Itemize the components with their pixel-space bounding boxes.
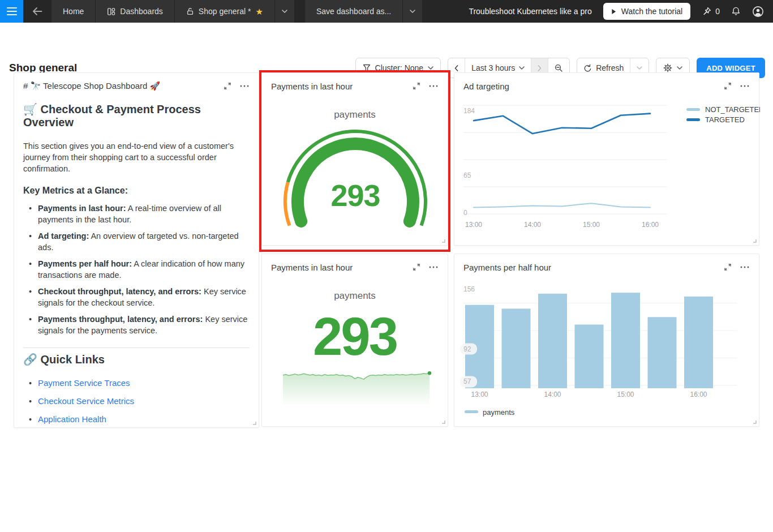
chevron-down-icon xyxy=(410,10,415,13)
ellipsis-icon xyxy=(740,263,750,271)
unlock-icon xyxy=(186,7,194,15)
expand-widget-button[interactable] xyxy=(413,263,420,271)
save-dashboard-as-label: Save dashboard as... xyxy=(316,7,391,16)
arrow-left-icon xyxy=(32,7,42,15)
expand-icon xyxy=(413,82,420,90)
list-item: Application Health xyxy=(28,414,250,425)
zoom-out-icon xyxy=(555,64,563,72)
resize-handle[interactable] xyxy=(440,419,445,424)
widget-payments-per-half-hour: Payments per half hour 156925713:0014:00… xyxy=(454,254,759,427)
list-item: Payments per half hour: A clear indicati… xyxy=(28,258,250,281)
list-item: Checkout Service Metrics xyxy=(28,396,250,407)
list-item: Payments in last hour: A real-time overv… xyxy=(28,203,250,225)
refresh-label: Refresh xyxy=(596,63,624,72)
widget-title: Ad targeting xyxy=(463,81,716,91)
divider xyxy=(23,347,250,348)
watch-tutorial-button[interactable]: Watch the tutorial xyxy=(603,3,690,20)
pin-count: 0 xyxy=(715,7,720,16)
pinned-items-button[interactable]: 0 xyxy=(702,7,720,16)
widget-title: Payments per half hour xyxy=(463,263,716,272)
widget-menu-button[interactable] xyxy=(740,82,750,90)
svg-text:14:00: 14:00 xyxy=(524,221,541,229)
back-button[interactable] xyxy=(23,0,51,23)
widget-menu-button[interactable] xyxy=(239,82,250,90)
svg-text:payments: payments xyxy=(483,408,515,417)
list-item: Ad targeting: An overview of targeted vs… xyxy=(28,230,250,253)
promo-text: Troubleshoot Kubernetes like a pro xyxy=(469,7,591,16)
save-dashboard-as-button[interactable]: Save dashboard as... xyxy=(305,0,403,23)
svg-text:13:00: 13:00 xyxy=(471,391,488,398)
resize-handle[interactable] xyxy=(751,238,757,243)
chevron-right-icon xyxy=(538,65,542,71)
tab-shop-general-label: Shop general * xyxy=(199,7,251,16)
shop-general-dropdown-button[interactable] xyxy=(275,0,295,23)
hamburger-menu-button[interactable] xyxy=(0,0,23,23)
chevron-left-icon xyxy=(454,65,458,71)
svg-text:15:00: 15:00 xyxy=(617,391,634,398)
expand-widget-button[interactable] xyxy=(224,82,231,90)
svg-text:156: 156 xyxy=(463,285,475,293)
time-range-label: Last 3 hours xyxy=(471,63,515,72)
svg-text:0: 0 xyxy=(463,209,467,217)
save-tab-group: Save dashboard as... xyxy=(305,0,423,23)
quick-links-list: Payment Service Traces Checkout Service … xyxy=(28,377,250,427)
tab-dashboards-label: Dashboards xyxy=(120,7,163,16)
svg-text:65: 65 xyxy=(463,171,471,179)
svg-text:57: 57 xyxy=(463,377,471,385)
user-avatar-button[interactable] xyxy=(752,6,764,18)
svg-text:16:00: 16:00 xyxy=(642,221,659,229)
expand-icon xyxy=(224,82,231,90)
expand-icon xyxy=(413,263,420,271)
ellipsis-icon xyxy=(740,82,750,90)
metric-label: payments xyxy=(262,290,448,302)
ellipsis-icon xyxy=(428,263,439,271)
payments-value: 293 xyxy=(262,306,448,367)
list-item: Payments throughput, latency, and errors… xyxy=(28,314,250,336)
markdown-intro: This section gives you an end-to-end vie… xyxy=(23,140,250,174)
application-health-link[interactable]: Application Health xyxy=(38,414,106,424)
expand-widget-button[interactable] xyxy=(413,82,420,90)
nav-tabs: Home Dashboards Shop general * ★ xyxy=(51,0,295,23)
watch-tutorial-label: Watch the tutorial xyxy=(621,7,682,16)
resize-handle[interactable] xyxy=(251,420,256,425)
favorite-star-icon[interactable]: ★ xyxy=(256,7,263,16)
widget-title: Payments in last hour xyxy=(271,263,405,272)
widget-ad-targeting: Ad targeting 18465013:0014:0015:0016:00N… xyxy=(454,72,759,246)
tab-home[interactable]: Home xyxy=(51,0,96,23)
expand-widget-button[interactable] xyxy=(724,263,732,271)
topbar-right-cluster: Troubleshoot Kubernetes like a pro Watch… xyxy=(469,0,773,23)
notifications-button[interactable] xyxy=(731,6,741,16)
page-header: Shop general Cluster: None Last 3 hours xyxy=(0,23,773,68)
save-dashboard-dropdown-button[interactable] xyxy=(403,0,423,23)
svg-text:293: 293 xyxy=(330,178,380,212)
widget-payments-gauge: Payments in last hour payments 293 xyxy=(261,72,448,246)
widget-title: # 🔭 Telescope Shop Dashboard 🚀 xyxy=(23,81,216,91)
expand-icon xyxy=(724,263,732,271)
widget-menu-button[interactable] xyxy=(740,263,750,271)
checkout-service-metrics-link[interactable]: Checkout Service Metrics xyxy=(38,396,134,406)
tab-dashboards[interactable]: Dashboards xyxy=(96,0,175,23)
widget-menu-button[interactable] xyxy=(428,82,439,90)
ellipsis-icon xyxy=(428,82,439,90)
svg-text:184: 184 xyxy=(463,107,475,115)
ellipsis-icon xyxy=(239,82,250,90)
tab-shop-general[interactable]: Shop general * ★ xyxy=(175,0,275,23)
filter-funnel-icon xyxy=(363,64,371,72)
list-item: Payment Service Traces xyxy=(28,377,250,389)
svg-text:14:00: 14:00 xyxy=(544,391,561,398)
widget-menu-button[interactable] xyxy=(428,263,439,271)
dashboards-icon xyxy=(107,7,115,16)
svg-text:TARGETED: TARGETED xyxy=(705,115,745,124)
svg-text:15:00: 15:00 xyxy=(583,221,600,229)
metrics-heading: Key Metrics at a Glance: xyxy=(23,186,250,196)
gear-icon xyxy=(663,63,672,72)
bell-icon xyxy=(731,6,741,16)
chevron-down-icon xyxy=(677,66,682,70)
resize-handle[interactable] xyxy=(440,238,445,243)
payment-service-traces-link[interactable]: Payment Service Traces xyxy=(38,378,130,388)
svg-text:92: 92 xyxy=(463,345,471,353)
quick-links-heading: 🔗 Quick Links xyxy=(23,353,250,366)
expand-widget-button[interactable] xyxy=(724,82,732,90)
svg-text:13:00: 13:00 xyxy=(465,221,482,229)
resize-handle[interactable] xyxy=(751,419,757,424)
